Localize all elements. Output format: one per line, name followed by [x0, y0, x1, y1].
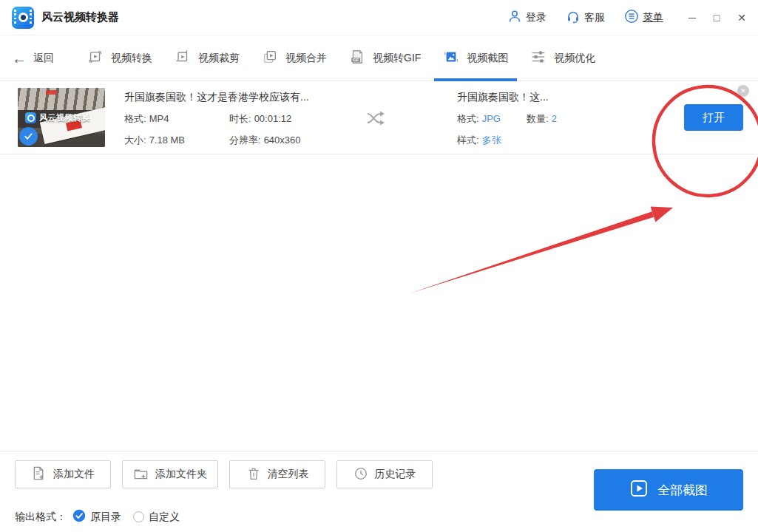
login-button[interactable]: 登录 [507, 9, 546, 26]
thumbnail-logo [46, 90, 57, 95]
format-label: 格式: [124, 113, 146, 124]
tab-video-screenshot[interactable]: 视频截图 [432, 35, 519, 81]
file-list-item: 风云视频转换 升国旗奏国歌！这才是香港学校应该有... 格式:MP4 时长:00… [0, 81, 758, 154]
size-label: 大小: [124, 134, 146, 146]
menu-button[interactable]: 菜单 [624, 9, 663, 26]
trash-icon [246, 466, 261, 483]
tab-label: 视频转换 [111, 52, 152, 65]
add-file-label: 添加文件 [53, 468, 95, 481]
remove-file-icon[interactable]: ✕ [737, 85, 749, 97]
duration-value: 00:01:12 [254, 113, 292, 124]
screenshot-all-label: 全部截图 [657, 482, 708, 499]
format-value: MP4 [149, 113, 169, 124]
tab-video-to-gif[interactable]: GIF 视频转GIF [338, 35, 432, 81]
tab-label: 视频优化 [554, 52, 595, 65]
original-directory-label: 原目录 [90, 511, 121, 524]
play-square-icon [629, 479, 649, 502]
app-logo-icon [12, 7, 34, 29]
output-style-value[interactable]: 多张 [482, 134, 501, 146]
custom-directory-label: 自定义 [149, 511, 180, 524]
footer: 添加文件 添加文件夹 清空列表 历史记录 [0, 451, 758, 532]
radio-custom-directory[interactable]: 自定义 [133, 511, 180, 524]
tab-video-convert[interactable]: 视频转换 [76, 35, 163, 81]
video-optimize-icon [530, 49, 546, 67]
clock-icon [353, 466, 368, 483]
output-format-value[interactable]: JPG [482, 113, 501, 124]
video-to-gif-icon: GIF [349, 49, 365, 67]
size-value: 7.18 MB [149, 134, 185, 146]
output-file-title: 升国旗奏国歌！这... [457, 91, 549, 104]
radio-original-directory[interactable]: 原目录 [72, 509, 121, 525]
duration-label: 时长: [229, 113, 251, 124]
feature-tabbar: ← 返回 视频转换 视频裁剪 视频合并 [0, 35, 758, 81]
watermark-app-icon [25, 112, 36, 123]
tab-video-crop[interactable]: 视频裁剪 [163, 35, 251, 81]
screenshot-all-button[interactable]: 全部截图 [594, 469, 743, 511]
window-controls: ─ □ ✕ [688, 13, 746, 23]
close-button[interactable]: ✕ [737, 13, 746, 23]
tab-label: 视频裁剪 [198, 52, 240, 65]
add-folder-button[interactable]: 添加文件夹 [122, 460, 218, 488]
watermark-text: 风云视频转换 [39, 112, 90, 123]
clear-list-label: 清空列表 [268, 468, 309, 481]
radio-checked-icon [72, 509, 86, 525]
support-button[interactable]: 客服 [566, 9, 605, 26]
source-file-meta: 格式:MP4 时长:00:01:12 大小:7.18 MB 分辨率:640x36… [124, 112, 301, 147]
open-button[interactable]: 打开 [684, 104, 743, 131]
login-label: 登录 [526, 11, 546, 24]
menu-icon [624, 9, 639, 26]
menu-label: 菜单 [643, 11, 663, 24]
tabs: 视频转换 视频裁剪 视频合并 GIF 视频转GIF [76, 35, 606, 81]
maximize-button[interactable]: □ [714, 13, 720, 23]
add-folder-icon [133, 466, 149, 483]
headset-icon [566, 9, 581, 26]
add-file-button[interactable]: 添加文件 [15, 460, 111, 488]
add-file-icon [31, 466, 47, 483]
app-title: 风云视频转换器 [41, 10, 119, 24]
video-thumbnail[interactable]: 风云视频转换 [18, 88, 105, 147]
source-file-title: 升国旗奏国歌！这才是香港学校应该有... [124, 91, 309, 104]
gif-icon-label: GIF [353, 58, 359, 62]
convert-arrow-icon [365, 109, 388, 130]
titlebar: 风云视频转换器 登录 客服 菜单 ─ [0, 0, 758, 35]
back-arrow-icon: ← [12, 51, 27, 66]
tab-label: 视频合并 [285, 52, 327, 65]
tab-video-merge[interactable]: 视频合并 [251, 35, 338, 81]
video-convert-icon [87, 49, 104, 67]
support-label: 客服 [584, 11, 605, 24]
minimize-button[interactable]: ─ [688, 13, 696, 23]
history-label: 历史记录 [375, 468, 416, 481]
resolution-label: 分辨率: [229, 134, 261, 146]
output-format-label: 输出格式： [15, 511, 67, 524]
file-list-empty-area [0, 154, 758, 451]
video-screenshot-icon [443, 49, 459, 67]
output-count-value[interactable]: 2 [552, 113, 557, 124]
video-merge-icon [262, 49, 278, 67]
tab-label: 视频截图 [467, 52, 508, 65]
output-file-meta: 格式:JPG 数量:2 样式:多张 [457, 112, 557, 147]
watermark: 风云视频转换 [25, 112, 90, 123]
app-window: 风云视频转换器 登录 客服 菜单 ─ [0, 0, 758, 532]
output-count-label: 数量: [527, 113, 549, 124]
history-button[interactable]: 历史记录 [336, 460, 433, 488]
tab-video-optimize[interactable]: 视频优化 [519, 35, 606, 81]
video-crop-icon [175, 49, 191, 67]
back-button[interactable]: ← 返回 [12, 51, 54, 66]
output-format-row: 输出格式： 原目录 自定义 [15, 509, 192, 525]
output-style-label: 样式: [457, 134, 479, 146]
output-format-label: 格式: [457, 113, 479, 124]
resolution-value: 640x360 [264, 134, 301, 146]
tab-label: 视频转GIF [373, 52, 421, 65]
clear-list-button[interactable]: 清空列表 [229, 460, 325, 488]
radio-unchecked-icon [133, 511, 144, 522]
selected-check-icon[interactable] [19, 127, 38, 146]
add-folder-label: 添加文件夹 [155, 468, 207, 481]
back-label: 返回 [33, 52, 54, 65]
user-icon [507, 9, 522, 26]
